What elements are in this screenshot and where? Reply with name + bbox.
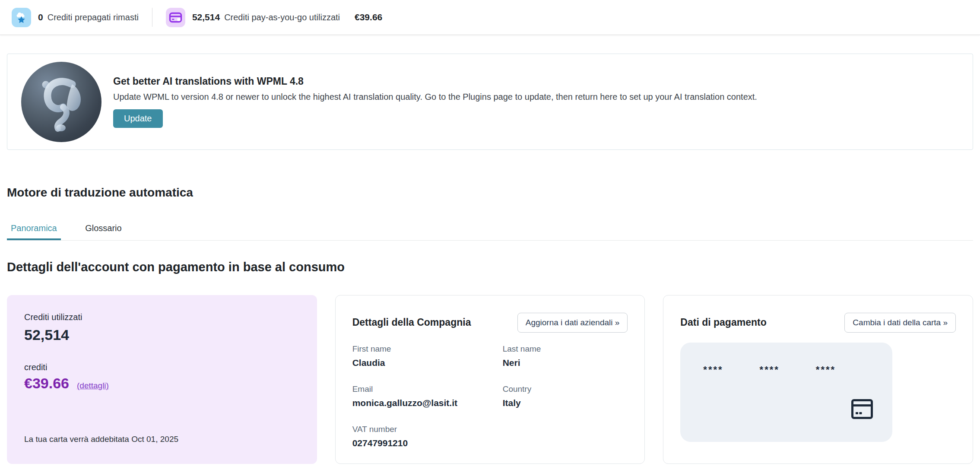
card-charge-note: La tua carta verrà addebitata Oct 01, 20… [24, 435, 300, 444]
credits-topbar: 0 Crediti prepagati rimasti 52,514 Credi… [0, 0, 980, 35]
update-company-details-button[interactable]: Aggiorna i dati aziendali » [517, 313, 628, 333]
field-last-name: Last name Neri [503, 344, 628, 368]
wpml-ai-avatar [21, 62, 101, 142]
credit-card-outline-icon [851, 398, 873, 422]
field-email: Email monica.galluzzo@lasit.it [352, 384, 503, 408]
change-card-details-button[interactable]: Cambia i dati della carta » [844, 313, 956, 333]
payment-card-title: Dati di pagamento [680, 317, 766, 328]
banner-title: Get better AI translations with WPML 4.8 [113, 76, 757, 87]
payg-amount: €39.66 [355, 12, 382, 22]
credits-used-label: Crediti utilizzati [24, 312, 300, 322]
account-section-title: Dettagli dell'account con pagamento in b… [7, 260, 980, 274]
payg-credits-label: Crediti pay-as-you-go utilizzati [224, 13, 340, 22]
credits-used-value: 52,514 [24, 327, 300, 343]
update-button[interactable]: Update [113, 109, 163, 128]
account-cards-row: Crediti utilizzati 52,514 crediti €39.66… [7, 295, 973, 464]
payg-credits-metric: 52,514 Crediti pay-as-you-go utilizzati … [166, 8, 382, 27]
engine-section-title: Motore di traduzione automatica [7, 186, 980, 200]
details-link[interactable]: (dettagli) [77, 381, 109, 390]
masked-card-preview: **** **** **** [680, 343, 892, 442]
payg-credits-value: 52,514 [192, 12, 220, 22]
company-details-card: Dettagli della Compagnia Aggiorna i dati… [335, 295, 645, 464]
credits-label: crediti [24, 362, 300, 372]
prepaid-credits-icon [12, 8, 31, 27]
tab-panoramica[interactable]: Panoramica [7, 223, 61, 240]
company-card-title: Dettagli della Compagnia [352, 317, 471, 328]
banner-description: Update WPML to version 4.8 or newer to u… [113, 92, 757, 102]
tab-glossario[interactable]: Glossario [81, 223, 125, 240]
credit-card-icon [166, 8, 185, 27]
engine-tabs: Panoramica Glossario [7, 223, 973, 241]
masked-digits: **** [703, 364, 723, 375]
masked-digits: **** [760, 364, 780, 375]
payment-data-card: Dati di pagamento Cambia i dati della ca… [663, 295, 973, 464]
prepaid-credits-label: Crediti prepagati rimasti [48, 13, 139, 22]
credits-summary-card: Crediti utilizzati 52,514 crediti €39.66… [7, 295, 317, 464]
masked-digits: **** [816, 364, 836, 375]
field-country: Country Italy [503, 384, 628, 408]
credits-amount: €39.66 [24, 375, 69, 392]
wpml-update-banner: Get better AI translations with WPML 4.8… [7, 54, 973, 150]
field-first-name: First name Claudia [352, 344, 503, 368]
prepaid-credits-metric: 0 Crediti prepagati rimasti [12, 8, 139, 27]
topbar-divider [152, 8, 152, 27]
field-vat-number: VAT number 02747991210 [352, 425, 503, 448]
prepaid-credits-value: 0 [38, 12, 43, 22]
